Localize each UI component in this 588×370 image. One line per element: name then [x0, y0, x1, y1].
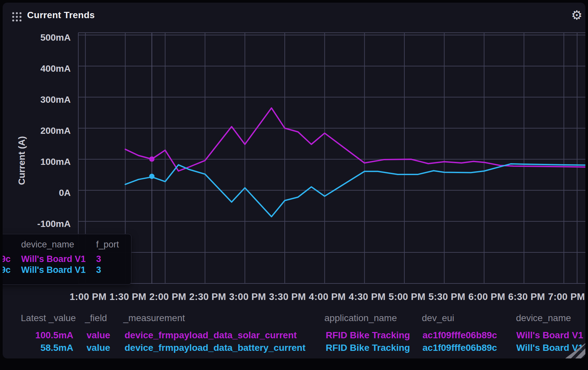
legend-field: value [87, 343, 110, 353]
x-tick-label: 5:00 PM [388, 291, 425, 302]
hover-dot [149, 174, 155, 179]
tooltip-device-name: Will's Board V1 [21, 265, 86, 275]
x-tick-label: 2:00 PM [149, 291, 186, 302]
legend-measurement: device_frmpayload_data_solar_current [125, 330, 297, 341]
x-tick-label: 1:30 PM [109, 291, 146, 302]
hover-dot [149, 157, 155, 162]
legend-latest-value: 100.5mA [13, 330, 73, 341]
legend-header-device-name: device_name [516, 313, 571, 323]
legend-header-field: _field [85, 313, 107, 323]
tooltip-f-port: 3 [96, 265, 101, 275]
series-line-device_frmpayload_data_solar_current [125, 108, 585, 171]
y-tick-label: 100mA [5, 157, 71, 167]
y-tick-label: 500mA [5, 32, 71, 43]
x-tick-label: 3:00 PM [229, 291, 266, 302]
y-tick-label: 0A [5, 188, 71, 198]
legend-field: value [87, 330, 110, 341]
x-tick-label: 7:00 PM [548, 291, 585, 302]
x-tick-label: 4:30 PM [349, 291, 386, 302]
x-tick-label: 6:00 PM [468, 291, 505, 302]
x-tick-label: 1:00 PM [70, 291, 107, 302]
gear-icon[interactable]: ⚙ [568, 7, 585, 24]
legend-header-measurement: _measurement [123, 313, 185, 323]
series-line-device_frmpayload_data_battery_current [125, 164, 585, 217]
legend-device-name: Will's Board V1 [516, 330, 583, 341]
chart-canvas[interactable] [3, 3, 585, 358]
legend-header-application-name: application_name [324, 313, 397, 323]
tooltip-header-device-name: device_name [21, 240, 74, 250]
legend-device-name: Will's Board V1 [516, 343, 583, 353]
tooltip-f-port: 3 [96, 254, 101, 264]
hover-tooltip: device_name f_port 9c Will's Board V1 3 … [3, 234, 131, 285]
legend-latest-value: 58.5mA [13, 343, 73, 353]
chart-panel: Current Trends ⚙ Current (A) 500mA400mA3… [3, 3, 585, 358]
x-tick-label: 4:00 PM [309, 291, 346, 302]
dashboard-stage: Current Trends ⚙ Current (A) 500mA400mA3… [0, 0, 588, 370]
legend-application-name: RFID Bike Tracking [326, 343, 410, 353]
x-tick-label: 2:30 PM [189, 291, 226, 302]
x-tick-label: 3:30 PM [269, 291, 306, 302]
y-tick-label: 400mA [5, 63, 71, 74]
legend-dev-eui: ac1f09fffe06b89c [423, 330, 497, 341]
tooltip-header-f-port: f_port [96, 240, 119, 250]
drag-grid-icon[interactable] [11, 11, 22, 22]
y-tick-label: 200mA [5, 126, 71, 136]
legend-application-name: RFID Bike Tracking [326, 330, 410, 341]
tooltip-dev-eui-tail: 9c [3, 254, 11, 264]
y-tick-label: -100mA [5, 219, 71, 229]
legend-dev-eui: ac1f09fffe06b89c [423, 343, 497, 353]
legend-header-dev-eui: dev_eui [422, 313, 454, 323]
tooltip-dev-eui-tail: 9c [3, 265, 11, 275]
legend-measurement: device_frmpayload_data_battery_current [125, 343, 306, 353]
y-tick-label: 300mA [5, 94, 71, 105]
x-tick-label: 6:30 PM [508, 291, 545, 302]
tooltip-device-name: Will's Board V1 [21, 254, 86, 264]
panel-title: Current Trends [27, 10, 95, 20]
legend-header-latest-value: Latest _value [21, 313, 76, 323]
x-tick-label: 5:30 PM [428, 291, 465, 302]
